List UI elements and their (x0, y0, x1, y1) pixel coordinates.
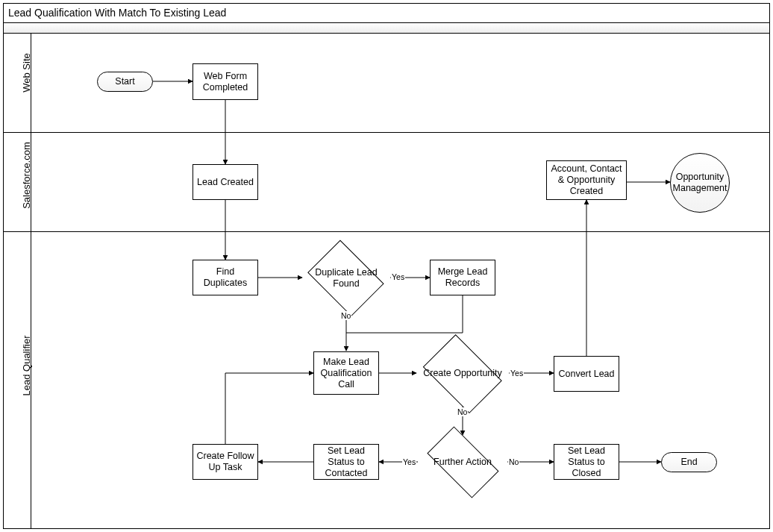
set-lead-status-contacted-process: Set Lead Status to Contacted (313, 444, 379, 480)
make-lead-qualification-call-process: Make Lead Qualification Call (313, 351, 379, 395)
lane-label-column (4, 33, 31, 528)
account-contact-opportunity-created-process: Account, Contact & Opportunity Created (546, 160, 627, 200)
start-terminator: Start (97, 72, 153, 92)
convert-lead-process: Convert Lead (554, 356, 619, 392)
edge-label-create-opp-no: No (457, 407, 468, 416)
create-opportunity-label: Create Opportunity (416, 341, 509, 406)
lane-divider-1 (4, 132, 769, 133)
diagram-title: Lead Qualification With Match To Existin… (4, 4, 769, 23)
set-lead-status-closed-process: Set Lead Status to Closed (554, 444, 619, 480)
further-action-decision: Further Action (418, 435, 507, 489)
create-opportunity-decision: Create Opportunity (416, 341, 509, 406)
end-terminator: End (661, 452, 717, 472)
edge-label-duplicate-yes: Yes (391, 272, 405, 281)
lane-label-web-site: Web Site (21, 41, 32, 104)
lane-label-lead-qualifier: Lead Qualifier (21, 321, 32, 410)
duplicate-lead-found-label: Duplicate Lead Found (302, 245, 390, 310)
duplicate-lead-found-decision: Duplicate Lead Found (302, 245, 390, 310)
edge-label-duplicate-no: No (340, 311, 351, 320)
edge-label-further-no: No (508, 457, 519, 466)
edge-label-create-opp-yes: Yes (510, 369, 524, 378)
merge-lead-records-process: Merge Lead Records (430, 260, 495, 295)
lead-created-process: Lead Created (193, 164, 258, 200)
edge-label-further-yes: Yes (402, 457, 416, 466)
find-duplicates-process: Find Duplicates (193, 260, 258, 295)
web-form-completed-process: Web Form Completed (193, 63, 258, 100)
opportunity-management-reference: Opportunity Management (670, 153, 730, 213)
lane-label-salesforce: Salesforce.com (21, 134, 32, 216)
swimlane-diagram: Lead Qualification With Match To Existin… (0, 0, 773, 532)
title-strip (4, 23, 769, 34)
lane-divider-2 (4, 231, 769, 232)
further-action-label: Further Action (418, 435, 507, 489)
create-follow-up-task-process: Create Follow Up Task (193, 444, 258, 480)
